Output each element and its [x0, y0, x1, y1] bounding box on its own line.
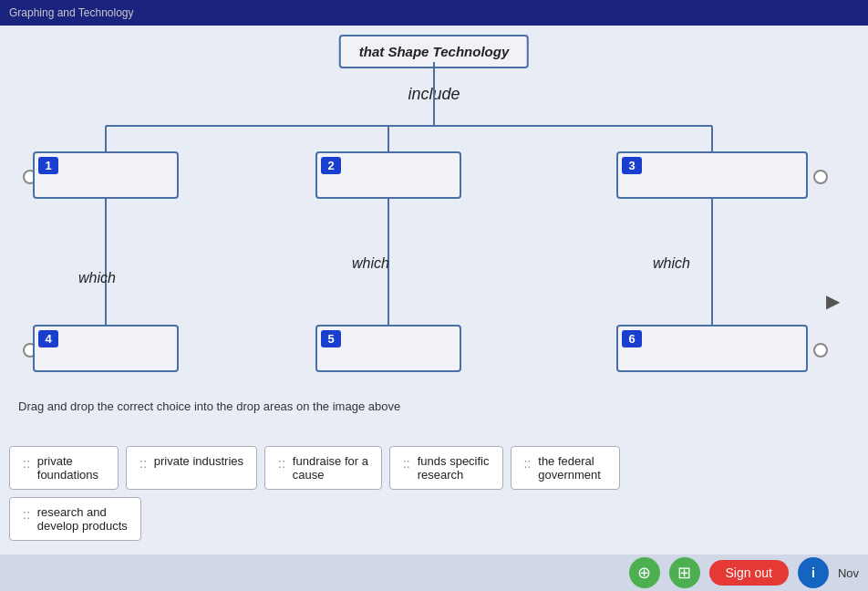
drop-box-4[interactable]: 4	[33, 325, 179, 372]
drag-items-area: :: privatefoundations :: private industr…	[9, 446, 647, 541]
drag-item-label: funds specificresearch	[418, 454, 490, 482]
drop-box-3[interactable]: 3	[616, 151, 808, 199]
browser-icon-symbol: ⊞	[677, 563, 691, 583]
sign-out-button[interactable]: Sign out	[709, 560, 789, 586]
box-number-2: 2	[321, 157, 341, 174]
drop-box-5[interactable]: 5	[315, 325, 461, 372]
top-bar-label: Graphing and Technology	[9, 6, 134, 19]
browser-icon[interactable]: ⊞	[669, 557, 700, 588]
chrome-icon[interactable]: ⊕	[629, 557, 660, 588]
info-icon[interactable]: i	[798, 557, 829, 588]
drag-item-research-develop[interactable]: :: research anddevelop products	[9, 497, 141, 541]
drag-handle-icon: ::	[23, 455, 30, 472]
drag-item-private-foundations[interactable]: :: privatefoundations	[9, 446, 119, 490]
drag-item-label: the federalgovernment	[538, 454, 601, 482]
top-bar: Graphing and Technology	[0, 0, 868, 26]
drag-item-fundraise[interactable]: :: fundraise for acause	[264, 446, 382, 490]
info-icon-symbol: i	[811, 565, 815, 580]
diagram-container: that Shape Technology include	[15, 35, 853, 445]
instructions-text: Drag and drop the correct choice into th…	[18, 399, 400, 413]
chrome-icon-symbol: ⊕	[637, 563, 651, 583]
top-node: that Shape Technology	[339, 35, 529, 68]
bottom-bar: ⊕ ⊞ Sign out i Nov	[0, 555, 868, 591]
drag-item-funds-research[interactable]: :: funds specificresearch	[389, 446, 503, 490]
drag-item-label: privatefoundations	[37, 454, 98, 482]
nov-label: Nov	[838, 566, 859, 580]
radio-box6[interactable]	[813, 343, 828, 358]
which-label-3: which	[653, 255, 690, 272]
drag-handle-icon: ::	[278, 455, 285, 472]
include-label: include	[408, 85, 460, 104]
main-area: that Shape Technology include	[0, 26, 868, 555]
drag-handle-icon: ::	[23, 506, 30, 523]
drop-box-6[interactable]: 6	[616, 325, 808, 372]
box-number-3: 3	[622, 157, 642, 174]
drop-box-1[interactable]: 1	[33, 151, 179, 199]
drag-item-private-industries[interactable]: :: private industries	[126, 446, 257, 490]
drag-handle-icon: ::	[140, 455, 147, 472]
drag-item-federal-government[interactable]: :: the federalgovernment	[511, 446, 620, 490]
box-number-6: 6	[622, 330, 642, 347]
box-number-5: 5	[321, 330, 341, 347]
radio-box3[interactable]	[813, 170, 828, 184]
box-number-4: 4	[38, 330, 58, 347]
drag-item-label: private industries	[154, 454, 243, 468]
drag-handle-icon: ::	[524, 455, 532, 472]
drag-item-label: research anddevelop products	[37, 505, 128, 533]
drag-handle-icon: ::	[403, 455, 410, 472]
cursor-arrow-icon: ▶	[826, 290, 840, 312]
which-label-1: which	[78, 270, 116, 286]
box-number-1: 1	[38, 157, 58, 174]
drag-item-label: fundraise for acause	[293, 454, 368, 482]
drop-box-2[interactable]: 2	[315, 151, 461, 199]
which-label-2: which	[352, 255, 389, 272]
